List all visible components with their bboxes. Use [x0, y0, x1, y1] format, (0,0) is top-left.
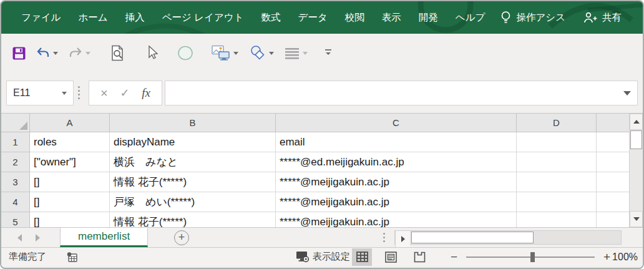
- normal-view-button[interactable]: [352, 248, 372, 266]
- share-button[interactable]: 共有: [583, 11, 622, 24]
- cell-b3[interactable]: 情報 花子(*****): [110, 172, 276, 192]
- vertical-scrollbar[interactable]: [629, 114, 643, 227]
- customize-qat-button[interactable]: [322, 46, 334, 60]
- formula-bar-resize-handle[interactable]: [78, 86, 80, 99]
- page-layout-view-button[interactable]: [381, 248, 401, 266]
- scroll-up-button[interactable]: [630, 114, 643, 130]
- cursor-icon: [145, 45, 158, 61]
- cell-b4[interactable]: 戸塚 めい(*****): [110, 192, 276, 212]
- horizontal-scrollbar[interactable]: [394, 230, 622, 245]
- tabbar-resize-handle[interactable]: [383, 233, 385, 242]
- ribbon-tab-view[interactable]: 表示: [373, 1, 410, 34]
- cell-a3[interactable]: []: [30, 172, 110, 192]
- record-macro-button[interactable]: [66, 252, 78, 263]
- tell-me-assistant[interactable]: 操作アシス: [500, 11, 565, 24]
- cell-a2[interactable]: ["owner"]: [30, 152, 110, 172]
- cell-d1[interactable]: [517, 132, 597, 152]
- page-break-preview-button[interactable]: [409, 248, 429, 266]
- zoom-out-button[interactable]: −: [447, 250, 461, 264]
- cell-b1[interactable]: displayName: [110, 132, 276, 152]
- cancel-button[interactable]: ×: [100, 87, 108, 99]
- zoom-slider-thumb[interactable]: [530, 252, 535, 262]
- column-header-c[interactable]: C: [276, 114, 517, 132]
- status-bar: 準備完了 表示設定: [1, 247, 643, 266]
- column-header-a[interactable]: A: [30, 114, 110, 132]
- ribbon-tab-page-layout[interactable]: ページ レイアウト: [154, 1, 253, 34]
- cell-a1[interactable]: roles: [30, 132, 110, 152]
- redo-dropdown-caret[interactable]: [85, 52, 90, 55]
- cell-c4[interactable]: *****@meijigakuin.ac.jp: [276, 192, 517, 212]
- sheet-tab-memberlist[interactable]: memberlist: [60, 228, 148, 247]
- ribbon-tab-home[interactable]: ホーム: [69, 1, 116, 34]
- row-header-1[interactable]: 1: [1, 132, 30, 152]
- border-lines-button[interactable]: [282, 44, 310, 62]
- cell-e2[interactable]: [597, 152, 630, 172]
- cell-b2[interactable]: 横浜 みなと: [110, 152, 276, 172]
- expand-formula-bar-chevron[interactable]: [623, 91, 631, 95]
- save-button[interactable]: [10, 44, 28, 62]
- cell-a5[interactable]: []: [30, 212, 110, 227]
- formula-bar-input[interactable]: [165, 81, 638, 105]
- column-header-partial[interactable]: [597, 114, 630, 132]
- cell-c3[interactable]: *****@meijigakuin.ac.jp: [276, 172, 517, 192]
- save-icon: [12, 47, 26, 60]
- cell-e3[interactable]: [597, 172, 630, 192]
- normal-view-icon: [356, 252, 368, 262]
- column-header-b[interactable]: B: [110, 114, 276, 132]
- assistant-label: 操作アシス: [516, 11, 565, 24]
- ribbon-tab-insert[interactable]: 挿入: [117, 1, 154, 34]
- enter-button[interactable]: ✓: [120, 87, 129, 99]
- ribbon-tab-formulas[interactable]: 数式: [253, 1, 290, 34]
- horizontal-scroll-thumb[interactable]: [411, 232, 534, 243]
- undo-dropdown-caret[interactable]: [53, 52, 58, 55]
- scroll-right-button[interactable]: [395, 231, 410, 247]
- shapes-dropdown-caret[interactable]: [269, 52, 274, 55]
- scroll-up-icon: [633, 120, 640, 124]
- display-settings-button[interactable]: 表示設定: [296, 251, 350, 263]
- select-cursor-button[interactable]: [143, 42, 160, 64]
- row-header-3[interactable]: 3: [1, 172, 30, 192]
- cell-a4[interactable]: []: [30, 192, 110, 212]
- redo-button[interactable]: [66, 44, 93, 62]
- add-sheet-button[interactable]: +: [174, 230, 189, 245]
- scroll-down-button[interactable]: [630, 211, 643, 227]
- cell-e5[interactable]: [597, 212, 630, 227]
- page-break-preview-icon: [414, 252, 426, 263]
- vertical-scroll-thumb[interactable]: [630, 130, 642, 149]
- undo-button[interactable]: [34, 44, 61, 62]
- cell-e1[interactable]: [597, 132, 630, 152]
- shapes-button[interactable]: [246, 42, 276, 64]
- cell-c5[interactable]: *****@meijigakuin.ac.jp: [276, 212, 517, 227]
- row-header-2[interactable]: 2: [1, 152, 30, 172]
- border-lines-dropdown-caret[interactable]: [303, 52, 308, 55]
- screen-clip-button[interactable]: [209, 42, 241, 64]
- cell-d3[interactable]: [517, 172, 597, 192]
- name-box[interactable]: E11: [6, 81, 74, 105]
- cell-d4[interactable]: [517, 192, 597, 212]
- row-header-4[interactable]: 4: [1, 192, 30, 212]
- insert-function-button[interactable]: fx: [142, 86, 150, 100]
- zoom-level[interactable]: 100%: [612, 252, 638, 263]
- oval-shape-button[interactable]: [175, 43, 196, 63]
- cell-b5[interactable]: 情報 花子(*****): [110, 212, 276, 227]
- name-box-dropdown-caret[interactable]: [62, 92, 67, 95]
- ready-status: 準備完了: [9, 251, 46, 263]
- cell-c1[interactable]: email: [276, 132, 517, 152]
- column-header-d[interactable]: D: [517, 114, 597, 132]
- cell-e4[interactable]: [597, 192, 630, 212]
- zoom-slider-track[interactable]: [466, 257, 595, 258]
- cell-d5[interactable]: [517, 212, 597, 227]
- cell-d2[interactable]: [517, 152, 597, 172]
- ribbon-tab-data[interactable]: データ: [290, 1, 336, 34]
- print-preview-button[interactable]: [107, 42, 127, 64]
- next-sheet-arrow[interactable]: [36, 234, 40, 242]
- prev-sheet-arrow[interactable]: [17, 234, 22, 242]
- cell-c2[interactable]: *****@ed.meijigakuin.ac.jp: [276, 152, 517, 172]
- select-all-corner[interactable]: [1, 114, 30, 132]
- ribbon-tab-developer[interactable]: 開発: [410, 1, 447, 34]
- screen-clip-dropdown-caret[interactable]: [233, 52, 238, 55]
- ribbon-tab-review[interactable]: 校閲: [336, 1, 373, 34]
- row-header-5[interactable]: 5: [1, 212, 30, 227]
- ribbon-tab-help[interactable]: ヘルプ: [447, 1, 494, 34]
- ribbon-tab-file[interactable]: ファイル: [12, 1, 69, 34]
